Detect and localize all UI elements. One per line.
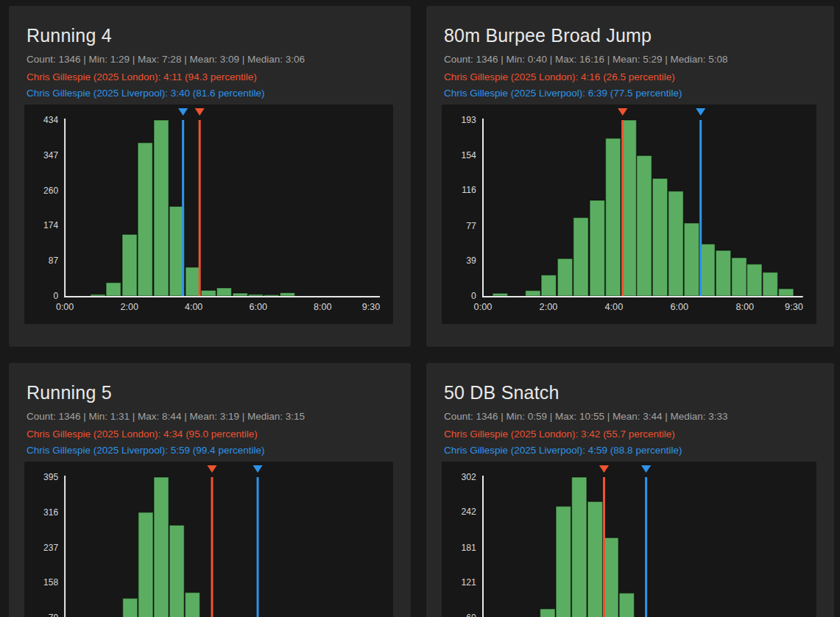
histogram-bar[interactable] bbox=[778, 289, 793, 296]
marker-triangle-icon bbox=[207, 465, 216, 473]
y-axis-tick-label: 79 bbox=[49, 613, 59, 617]
x-axis-tick-label: 0:00 bbox=[474, 302, 493, 312]
x-axis-tick-label: 0:00 bbox=[56, 302, 74, 312]
histogram-bar[interactable] bbox=[604, 537, 618, 617]
histogram-bar[interactable] bbox=[606, 138, 621, 296]
histogram-bar[interactable] bbox=[216, 288, 231, 296]
marker-triangle-icon bbox=[253, 465, 263, 473]
stats-summary: Count: 1346 | Min: 1:29 | Max: 7:28 | Me… bbox=[27, 54, 393, 66]
y-axis-tick-label: 116 bbox=[462, 185, 476, 195]
x-axis-tick-label: 9:30 bbox=[785, 302, 803, 312]
y-axis-tick-label: 60 bbox=[466, 613, 476, 617]
athlete-result-london: Chris Gillespie (2025 London): 4:11 (94.… bbox=[27, 71, 393, 83]
panel-running-4: Running 4 Count: 1346 | Min: 1:29 | Max:… bbox=[9, 6, 411, 347]
y-axis-tick-label: 193 bbox=[461, 115, 476, 125]
histogram-bar[interactable] bbox=[732, 258, 747, 296]
histogram-bar[interactable] bbox=[169, 525, 184, 617]
panel-80m-burpee-broad-jump: 80m Burpee Broad Jump Count: 1346 | Min:… bbox=[426, 6, 834, 347]
histogram-bar[interactable] bbox=[233, 293, 247, 296]
page-title: 80m Burpee Broad Jump bbox=[444, 26, 816, 46]
page-title: 50 DB Snatch bbox=[444, 383, 816, 403]
histogram-bar[interactable] bbox=[248, 295, 263, 296]
y-axis-tick-label: 242 bbox=[461, 507, 476, 518]
histogram-bar[interactable] bbox=[154, 477, 169, 617]
histogram-bar[interactable] bbox=[619, 593, 634, 617]
y-axis-tick-label: 77 bbox=[466, 221, 476, 231]
y-axis-tick-label: 434 bbox=[43, 115, 58, 125]
histogram-chart-80m-burpee-broad-jump[interactable]: 193154116773900:002:004:006:008:009:30 bbox=[442, 105, 816, 324]
histogram-bar[interactable] bbox=[652, 178, 667, 296]
histogram-bar[interactable] bbox=[684, 223, 699, 296]
athlete-result-liverpool: Chris Gillespie (2025 Liverpool): 4:59 (… bbox=[444, 445, 816, 456]
athlete-result-london: Chris Gillespie (2025 London): 4:16 (26.… bbox=[444, 71, 816, 83]
y-axis-tick-label: 302 bbox=[461, 472, 476, 482]
histogram-bar[interactable] bbox=[590, 200, 604, 296]
y-axis-tick-label: 347 bbox=[43, 150, 58, 161]
histogram-bar[interactable] bbox=[106, 283, 121, 296]
histogram-bar[interactable] bbox=[185, 593, 200, 617]
histogram-bar[interactable] bbox=[587, 501, 602, 617]
x-axis-tick-label: 6:00 bbox=[250, 302, 267, 312]
stats-summary: Count: 1346 | Min: 1:31 | Max: 8:44 | Me… bbox=[27, 411, 393, 423]
histogram-bar[interactable] bbox=[280, 293, 294, 296]
histogram-bar[interactable] bbox=[747, 264, 762, 296]
histogram-bar[interactable] bbox=[763, 272, 777, 296]
marker-triangle-icon bbox=[178, 108, 188, 116]
athlete-result-london: Chris Gillespie (2025 London): 4:34 (95.… bbox=[27, 429, 393, 440]
y-axis-tick-label: 121 bbox=[461, 577, 476, 588]
x-axis-tick-label: 8:00 bbox=[314, 302, 331, 312]
histogram-bar[interactable] bbox=[637, 155, 652, 296]
y-axis-tick-label: 0 bbox=[53, 291, 58, 301]
y-axis-tick-label: 39 bbox=[466, 255, 476, 266]
x-axis-tick-label: 8:00 bbox=[735, 302, 754, 312]
athlete-result-liverpool: Chris Gillespie (2025 Liverpool): 3:40 (… bbox=[27, 88, 393, 99]
histogram-bar[interactable] bbox=[264, 295, 279, 296]
y-axis-tick-label: 158 bbox=[43, 577, 58, 588]
x-axis-tick-label: 4:00 bbox=[604, 302, 623, 312]
athlete-result-liverpool: Chris Gillespie (2025 Liverpool): 6:39 (… bbox=[444, 88, 816, 99]
histogram-bar[interactable] bbox=[556, 507, 571, 617]
panel-running-5: Running 5 Count: 1346 | Min: 1:31 | Max:… bbox=[9, 363, 411, 617]
marker-triangle-icon bbox=[696, 108, 705, 116]
marker-triangle-icon bbox=[599, 465, 609, 473]
histogram-chart-50-db-snatch[interactable]: 3022421811216000:002:004:006:008:009:30 bbox=[442, 462, 816, 617]
histogram-bar[interactable] bbox=[540, 609, 555, 617]
histogram-bar[interactable] bbox=[526, 291, 540, 296]
histogram-bar[interactable] bbox=[138, 143, 152, 296]
histogram-bar[interactable] bbox=[572, 477, 587, 617]
marker-triangle-icon bbox=[618, 108, 627, 116]
histogram-bar[interactable] bbox=[122, 234, 137, 296]
x-axis-tick-label: 4:00 bbox=[185, 302, 202, 312]
histogram-chart-running-5[interactable]: 3953162371587900:002:004:006:008:009:30 bbox=[24, 462, 393, 617]
y-axis-tick-label: 174 bbox=[43, 220, 58, 230]
histogram-bar[interactable] bbox=[138, 512, 153, 617]
histogram-bar[interactable] bbox=[700, 244, 715, 296]
histogram-bar[interactable] bbox=[716, 250, 730, 296]
histogram-bar[interactable] bbox=[201, 290, 216, 296]
page-title: Running 5 bbox=[27, 383, 393, 403]
y-axis-tick-label: 87 bbox=[49, 255, 59, 266]
histogram-bar[interactable] bbox=[557, 258, 572, 296]
y-axis-tick-label: 0 bbox=[471, 291, 476, 301]
histogram-bar[interactable] bbox=[123, 599, 138, 617]
panel-50-db-snatch: 50 DB Snatch Count: 1346 | Min: 0:59 | M… bbox=[426, 363, 834, 617]
x-axis-tick-label: 9:30 bbox=[362, 302, 380, 312]
x-axis-tick-label: 6:00 bbox=[670, 302, 688, 312]
y-axis-tick-label: 316 bbox=[43, 507, 58, 518]
page-title: Running 4 bbox=[27, 26, 393, 46]
y-axis-tick-label: 260 bbox=[43, 186, 58, 196]
histogram-bar[interactable] bbox=[186, 267, 200, 296]
histogram-bar[interactable] bbox=[573, 218, 588, 297]
stats-summary: Count: 1346 | Min: 0:40 | Max: 16:16 | M… bbox=[444, 54, 816, 66]
histogram-bar[interactable] bbox=[541, 275, 556, 297]
histogram-bar[interactable] bbox=[154, 120, 169, 296]
marker-triangle-icon bbox=[195, 108, 205, 116]
y-axis-tick-label: 237 bbox=[43, 543, 58, 553]
marker-triangle-icon bbox=[641, 465, 651, 473]
histogram-chart-running-4[interactable]: 4343472601748700:002:004:006:008:009:30 bbox=[24, 105, 393, 324]
histogram-bar[interactable] bbox=[91, 295, 105, 296]
histogram-bar[interactable] bbox=[493, 293, 507, 296]
histogram-bar[interactable] bbox=[668, 191, 683, 296]
y-axis-tick-label: 395 bbox=[43, 472, 58, 482]
athlete-result-liverpool: Chris Gillespie (2025 Liverpool): 5:59 (… bbox=[27, 445, 393, 456]
